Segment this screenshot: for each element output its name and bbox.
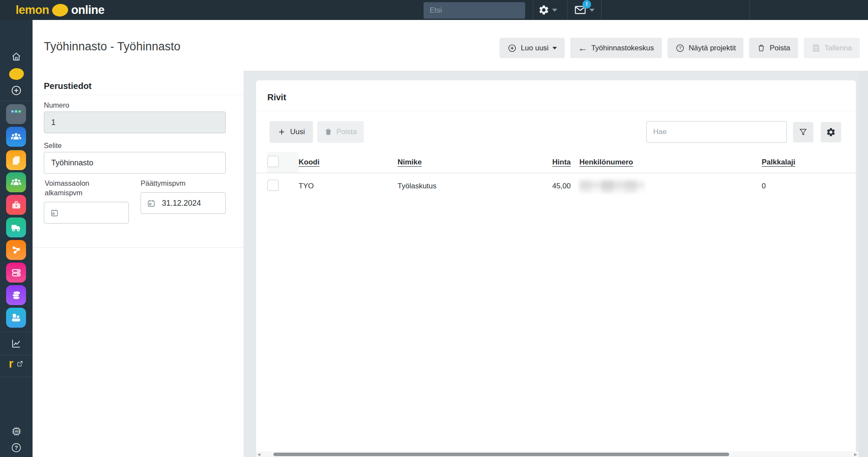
topbar-divider [567,0,568,20]
topbar-divider [533,0,533,20]
column-header-hinta[interactable]: Hinta [536,158,571,167]
chevron-down-icon [589,9,595,12]
select-all-checkbox[interactable] [267,156,279,167]
gear-icon [538,4,549,16]
sidebar: r AI ? » [0,20,33,457]
app-tile-truck-teal[interactable] [6,217,26,237]
numero-label: Numero [44,100,69,110]
app-tile-share-orange[interactable] [6,240,26,260]
selite-label: Selite [44,141,62,150]
cell-hinta: 45,00 [536,182,571,191]
sidebar-item-r-external[interactable]: r [0,359,33,368]
numero-input[interactable] [44,112,226,133]
help-glyph: ? [15,444,18,451]
external-link-icon [16,360,24,368]
trash-icon [324,128,332,136]
app-tile-people-blue[interactable] [6,127,26,147]
cell-nimike: Työlaskutus [398,182,536,191]
conveyor-icon [10,312,22,324]
app-group-icon [10,108,23,121]
sidebar-item-analytics[interactable] [0,338,33,349]
sidebar-item-add[interactable] [0,85,33,96]
lemon-icon [8,67,24,80]
gear-icon [826,127,836,137]
cell-henkilonumero [579,180,762,193]
row-checkbox[interactable] [267,180,279,191]
save-button[interactable]: Tallenna [804,38,860,58]
briefcase-icon [10,199,22,211]
paattymispvm-datepicker[interactable] [141,192,226,214]
ai-chip-label: AI [14,430,18,434]
selite-input[interactable] [44,152,226,174]
lemon-icon [52,3,69,17]
line-chart-icon [10,338,22,349]
rivit-heading: Rivit [267,92,286,102]
app-root: lemon online ! [0,0,868,457]
scroll-right-arrow[interactable]: ▶ [854,452,857,457]
horizontal-scrollbar-thumb[interactable] [273,453,729,456]
center-label: Työhinnastokeskus [591,44,654,53]
back-to-center-button[interactable]: ← Työhinnastokeskus [570,38,662,58]
create-new-label: Luo uusi [521,44,549,53]
add-row-label: Uusi [290,128,305,136]
divider [256,111,856,111]
plus-circle-icon [10,85,22,96]
divider [33,95,243,95]
add-row-button[interactable]: Uusi [270,121,313,143]
app-tile-coins-purple[interactable] [6,285,26,305]
column-header-koodi[interactable]: Koodi [299,158,398,167]
alkamispvm-datepicker[interactable] [44,202,129,224]
sidebar-item-help[interactable]: ? [0,442,33,454]
share-icon [10,244,22,256]
show-projects-button[interactable]: ? Näytä projektit [667,38,744,58]
page-title: Työhinnasto - Työhinnasto [44,40,181,53]
settings-menu[interactable] [538,0,557,20]
table-settings-button[interactable] [821,122,841,142]
column-header-palkkalaji[interactable]: Palkkalaji [762,158,827,167]
app-tile-people-green[interactable] [6,172,26,192]
create-new-button[interactable]: Luo uusi [500,38,565,58]
app-tile-group-overview[interactable] [6,104,26,124]
app-tile-conveyor-cyan[interactable] [6,308,26,328]
filter-button[interactable] [793,122,813,142]
app-tile-servers-pink[interactable] [6,263,26,283]
delete-row-button[interactable]: Poista [317,121,364,143]
truck-icon [10,221,23,234]
alkamispvm-input[interactable] [65,208,117,217]
app-tile-briefcase-red[interactable] [6,195,26,215]
horizontal-scrollbar[interactable]: ◀ ▶ [256,451,858,457]
redacted-value [579,180,644,193]
cell-palkkalaji: 0 [762,182,827,191]
column-header-nimike[interactable]: Nimike [398,158,536,167]
svg-text:?: ? [679,46,681,50]
messages-menu[interactable]: ! [574,0,595,20]
table-header-row: KoodiNimikeHintaHenkilönumeroPalkkalaji [256,152,856,173]
save-icon [812,43,821,53]
docs-icon [10,155,22,166]
table-row[interactable]: TYOTyölaskutus45,000 [256,173,856,199]
lemon-online-logo[interactable]: lemon online [16,0,105,20]
divider [33,247,243,248]
ai-chip-icon: AI [10,425,23,437]
logo-text-lemon: lemon [16,3,49,17]
app-tile-documents-orange[interactable] [6,150,26,170]
topbar: lemon online ! [0,0,868,20]
sidebar-item-home[interactable] [0,51,33,62]
sidebar-item-lemon[interactable] [0,68,33,80]
logo-text-online: online [71,3,105,17]
scroll-left-arrow[interactable]: ◀ [257,452,260,457]
question-circle-icon: ? [675,43,685,53]
vertical-scrollbar-track[interactable] [858,71,868,457]
header-actions: Luo uusi ← Työhinnastokeskus ? Näytä pro… [500,38,860,58]
paattymispvm-input[interactable] [162,199,214,208]
rows-search-input[interactable] [646,121,787,143]
delete-button[interactable]: Poista [749,38,798,58]
perustiedot-heading: Perustiedot [44,81,92,91]
people-icon [10,131,22,143]
topbar-divider [750,0,750,20]
chevron-down-icon [552,9,557,12]
column-header-henkilonumero[interactable]: Henkilönumero [579,158,762,167]
perustiedot-panel: Perustiedot Numero Selite Voimassaolon a… [33,71,243,457]
sidebar-item-ai-assistant[interactable]: AI [0,425,33,437]
global-search-input[interactable] [424,2,525,19]
